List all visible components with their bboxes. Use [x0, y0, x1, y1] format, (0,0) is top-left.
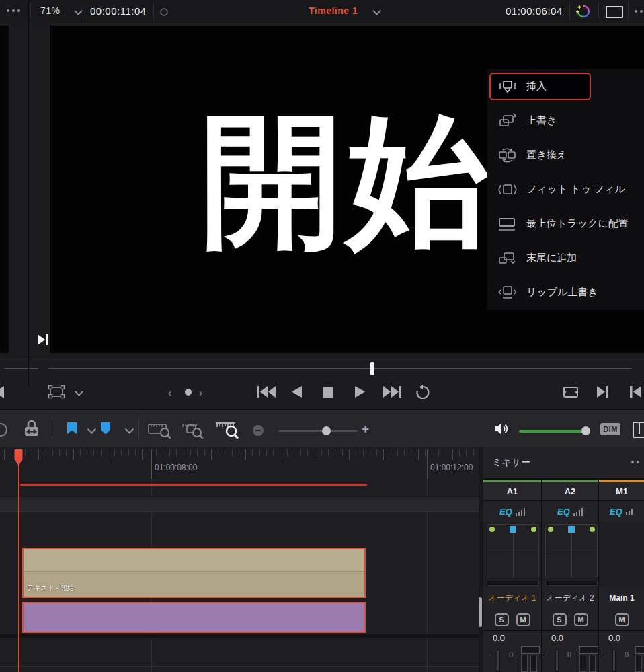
fader-slider[interactable]: [497, 649, 500, 672]
source-viewer-edge: [0, 26, 9, 353]
mixer-strip-a1: A1 EQ オーディオ 1 S M: [483, 480, 542, 672]
menu-item-insert[interactable]: 挿入: [487, 69, 644, 104]
vertical-scrollbar[interactable]: [479, 597, 482, 627]
fader-zone: − 0 −: [542, 646, 598, 672]
partial-play-reverse-icon[interactable]: [0, 386, 4, 398]
magic-mask-icon[interactable]: [575, 3, 592, 20]
pan-row: [483, 522, 541, 588]
play-icon[interactable]: [355, 386, 365, 398]
pan-control[interactable]: [487, 524, 539, 578]
pan-position[interactable]: [510, 526, 516, 533]
menu-item-replace[interactable]: 置き換え: [487, 138, 644, 172]
mute-button[interactable]: M: [516, 613, 530, 626]
chevron-down-icon[interactable]: [372, 7, 381, 15]
stop-icon[interactable]: [323, 387, 333, 398]
loop-range-icon[interactable]: [562, 385, 579, 399]
next-edit-icon[interactable]: [597, 386, 608, 398]
zoom-detect-icon[interactable]: [182, 421, 207, 439]
pan-dot-right: [590, 527, 595, 532]
menu-item-fit-to-fill[interactable]: フィット トゥ フィル: [487, 172, 644, 207]
panel-layout-icon[interactable]: [633, 422, 644, 438]
jog-dot-icon[interactable]: [185, 389, 192, 396]
snap-icon[interactable]: [22, 419, 41, 438]
first-frame-icon[interactable]: [257, 386, 276, 398]
pan-row: [599, 522, 644, 588]
pan-position[interactable]: [568, 526, 575, 533]
pan-mini-bar[interactable]: [487, 581, 539, 586]
level-meter: [579, 646, 598, 672]
mixer-strip-a2: A2 EQ オーディオ 2 S M: [542, 480, 599, 672]
pan-mini-bar[interactable]: [545, 581, 598, 586]
ripple-overwrite-icon: [497, 285, 518, 301]
mixer-options-icon[interactable]: [631, 461, 639, 463]
pan-control[interactable]: [545, 524, 598, 578]
timeline-clip-video[interactable]: [22, 602, 366, 633]
loop-icon[interactable]: [413, 385, 433, 400]
mute-button[interactable]: M: [615, 613, 629, 626]
zoom-out-button[interactable]: [253, 425, 264, 436]
timeline-zoom-slider[interactable]: [278, 430, 358, 432]
replace-icon: [497, 147, 518, 163]
zoom-slider-knob[interactable]: [322, 426, 331, 435]
mute-button[interactable]: M: [574, 613, 588, 626]
viewer-top-bar: 71% 00:00:11:04 Timeline 1 01:00:06:04: [0, 0, 644, 23]
channel-name: A2: [542, 482, 598, 501]
jump-to-end-icon[interactable]: [38, 334, 49, 345]
timeline-ruler[interactable]: 01:00:08:00 01:00:12:00: [0, 447, 479, 479]
source-scrub-bar[interactable]: [4, 368, 38, 369]
volume-slider[interactable]: [519, 430, 590, 433]
speaker-icon[interactable]: [495, 423, 510, 435]
last-frame-icon[interactable]: [383, 386, 401, 398]
eq-button[interactable]: EQ: [483, 501, 541, 523]
chevron-down-icon[interactable]: [74, 7, 83, 15]
timeline-playhead-line[interactable]: [18, 451, 19, 672]
eq-button[interactable]: EQ: [599, 501, 644, 523]
audio-lane-line: [0, 666, 479, 667]
fader-zone: − 0 −: [483, 646, 541, 672]
chevron-down-icon[interactable]: [75, 387, 83, 396]
mixer-panel: ミキサー A1 EQ: [483, 447, 644, 672]
track-label: オーディオ 1: [483, 587, 541, 609]
jog-left-icon[interactable]: ‹: [168, 387, 171, 398]
transform-mode-icon[interactable]: [47, 385, 66, 400]
insert-icon: [497, 79, 518, 95]
menu-item-place-on-top-track[interactable]: 最上位トラックに配置: [487, 207, 644, 241]
fullscreen-icon[interactable]: [606, 6, 623, 18]
eq-button[interactable]: EQ: [542, 501, 598, 523]
zoom-full-icon[interactable]: [148, 421, 173, 439]
menu-item-ripple-overwrite[interactable]: リップル上書き: [487, 275, 644, 309]
zoom-in-button[interactable]: +: [362, 422, 369, 437]
flag-icon[interactable]: [66, 422, 78, 435]
solo-button[interactable]: S: [553, 613, 567, 626]
timeline-name-select[interactable]: Timeline 1: [309, 5, 358, 16]
menu-item-append-at-end[interactable]: 末尾に追加: [487, 241, 644, 275]
viewer-options-icon[interactable]: [635, 10, 643, 13]
dim-button[interactable]: DIM: [600, 423, 620, 435]
track-separator: [0, 634, 479, 638]
marker-icon[interactable]: [99, 422, 112, 435]
timeline-playhead-head[interactable]: [13, 449, 24, 466]
chevron-down-icon[interactable]: [87, 425, 96, 434]
overflow-menu-icon[interactable]: [7, 9, 20, 12]
program-scrub-bar[interactable]: [48, 368, 632, 369]
timeline-toolbar: + DIM: [0, 409, 644, 448]
level-meter: [521, 646, 540, 672]
menu-item-overwrite[interactable]: 上書き: [487, 104, 644, 138]
zoom-level-select[interactable]: 71%: [40, 5, 61, 16]
solo-button[interactable]: S: [495, 613, 509, 626]
fader-slider[interactable]: [555, 649, 559, 672]
fader-slider[interactable]: [612, 649, 616, 672]
chevron-down-icon[interactable]: [125, 425, 134, 434]
jog-right-icon[interactable]: ›: [199, 387, 202, 398]
scrub-playhead[interactable]: [370, 362, 374, 375]
place-on-top-track-icon: [497, 217, 518, 231]
play-reverse-icon[interactable]: [292, 386, 302, 398]
eq-bars-icon: [626, 509, 633, 515]
pan-dot-right: [531, 527, 536, 532]
zoom-custom-icon[interactable]: [215, 421, 242, 440]
timeline-clip-title[interactable]: テキスト - 開始: [22, 548, 366, 598]
solo-mute-row: S M: [483, 609, 541, 631]
pan-dot-left: [489, 527, 495, 532]
prev-edit-icon[interactable]: [630, 386, 641, 398]
volume-knob[interactable]: [581, 426, 590, 435]
